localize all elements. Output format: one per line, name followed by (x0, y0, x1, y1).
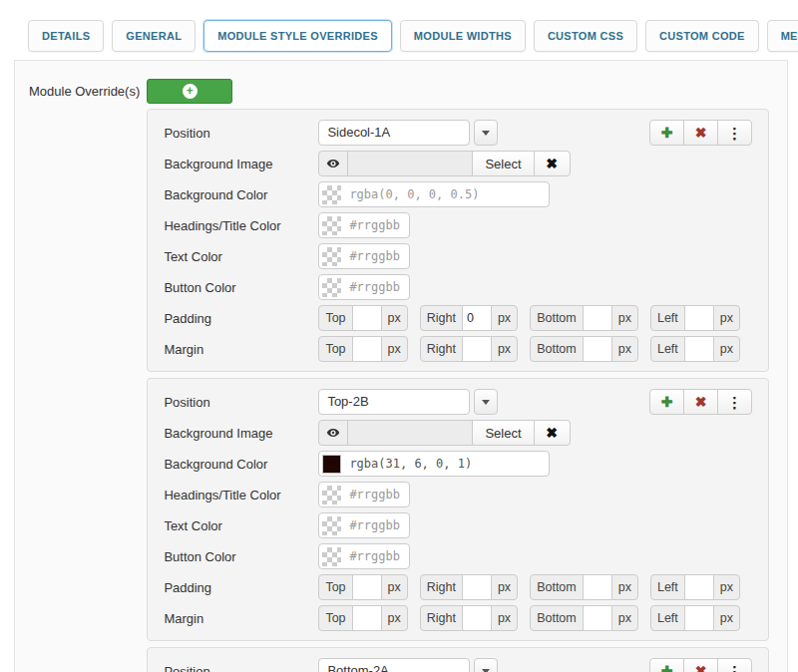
button-color-row: Button Color (164, 274, 752, 300)
tab-module-style-overrides[interactable]: MODULE STYLE OVERRIDES (203, 20, 392, 52)
margin-left-input[interactable] (684, 605, 714, 631)
tab-custom-code[interactable]: CUSTOM CODE (645, 20, 759, 52)
color-swatch (322, 185, 341, 204)
margin-right-input[interactable] (462, 336, 492, 362)
module-overrides-field-row: Module Override(s) + Position Sidecol-1A… (29, 79, 778, 672)
x-icon: ✖ (695, 664, 707, 672)
preview-image-button[interactable] (318, 420, 348, 446)
text-color-label: Text Color (164, 249, 318, 264)
add-override-button[interactable]: + (147, 79, 232, 104)
padding-right-input[interactable] (462, 305, 492, 331)
padding-left-group: Left px (650, 305, 740, 331)
margin-label: Margin (164, 342, 318, 357)
margin-right-group: Right px (420, 605, 518, 631)
margin-bottom-input[interactable] (583, 336, 612, 362)
add-row-button[interactable]: ✚ (649, 389, 684, 415)
eye-icon (326, 426, 340, 440)
preview-image-button[interactable] (318, 151, 348, 176)
plus-circle-icon: + (183, 84, 198, 99)
button-color-input[interactable] (347, 548, 405, 564)
margin-top-input[interactable] (352, 336, 382, 362)
clear-image-button[interactable]: ✖ (534, 420, 571, 446)
position-select-caret-button[interactable] (474, 658, 498, 672)
delete-row-button[interactable]: ✖ (683, 120, 718, 146)
background-color-input[interactable] (347, 186, 545, 202)
tab-details[interactable]: DETAILS (28, 20, 104, 52)
button-color-input[interactable] (347, 279, 405, 295)
px-addon: px (491, 336, 518, 362)
position-select[interactable]: Sidecol-1A (318, 120, 470, 146)
background-color-field (318, 181, 550, 207)
background-image-input[interactable] (347, 151, 473, 176)
background-image-row: Background Image Select ✖ (164, 151, 752, 176)
select-image-button[interactable]: Select (472, 420, 534, 446)
override-actions-group: ✚ ✖ ⋮ (649, 389, 752, 415)
clear-x-icon: ✖ (546, 425, 558, 441)
position-select[interactable]: Top-2B (318, 389, 470, 415)
x-icon: ✖ (695, 126, 707, 140)
delete-row-button[interactable]: ✖ (683, 658, 718, 672)
headings-color-label: Headings/Title Color (164, 218, 318, 233)
headings-color-input[interactable] (347, 217, 405, 233)
position-row: Position Bottom-2A ✚ ✖ ⋮ (164, 658, 752, 672)
chevron-down-icon (482, 131, 490, 136)
position-row: Position Top-2B ✚ ✖ ⋮ (164, 389, 752, 415)
button-color-row: Button Color (164, 543, 752, 569)
tab-custom-css[interactable]: CUSTOM CSS (534, 20, 637, 52)
padding-bottom-input[interactable] (583, 305, 612, 331)
override-panel: Position Top-2B ✚ ✖ ⋮ Background Image S… (147, 378, 769, 641)
margin-top-group: Top px (318, 336, 407, 362)
text-color-input[interactable] (347, 248, 405, 264)
button-color-field (318, 543, 410, 569)
padding-top-input[interactable] (352, 574, 382, 600)
tab-module-widths[interactable]: MODULE WIDTHS (400, 20, 526, 52)
button-color-field (318, 274, 410, 300)
tab-content-area: Module Override(s) + Position Sidecol-1A… (14, 60, 788, 672)
headings-color-field (318, 482, 410, 507)
background-color-row: Background Color (164, 451, 752, 477)
vertical-dots-icon: ⋮ (727, 664, 742, 672)
side-left-addon: Left (650, 305, 685, 331)
padding-top-input[interactable] (352, 305, 382, 331)
add-row-button[interactable]: ✚ (649, 658, 684, 672)
position-select-caret-button[interactable] (474, 389, 498, 415)
override-actions-group: ✚ ✖ ⋮ (649, 658, 752, 672)
drag-handle-button[interactable]: ⋮ (717, 389, 752, 415)
text-color-input[interactable] (347, 517, 405, 533)
side-left-addon: Left (650, 336, 685, 362)
position-select[interactable]: Bottom-2A (318, 658, 470, 672)
side-top-addon: Top (318, 305, 352, 331)
margin-right-group: Right px (420, 336, 518, 362)
position-select-caret-button[interactable] (474, 120, 498, 146)
color-swatch (322, 547, 341, 566)
tab-menu-assignment[interactable]: MENU ASSIGNMENT (767, 20, 798, 52)
drag-handle-button[interactable]: ⋮ (717, 658, 752, 672)
tab-general[interactable]: GENERAL (112, 20, 196, 52)
px-addon: px (611, 305, 638, 331)
padding-bottom-input[interactable] (583, 574, 612, 600)
vertical-dots-icon: ⋮ (727, 126, 742, 141)
x-icon: ✖ (695, 395, 707, 409)
margin-bottom-input[interactable] (583, 605, 612, 631)
padding-left-input[interactable] (684, 305, 714, 331)
background-color-input[interactable] (347, 456, 545, 472)
padding-right-input[interactable] (462, 574, 492, 600)
add-row-button[interactable]: ✚ (649, 120, 684, 146)
position-label: Position (164, 395, 318, 410)
headings-color-input[interactable] (347, 487, 405, 503)
position-label: Position (164, 126, 318, 141)
background-image-input[interactable] (347, 420, 473, 446)
background-image-group: Select ✖ (318, 151, 570, 176)
padding-left-input[interactable] (684, 574, 714, 600)
delete-row-button[interactable]: ✖ (683, 389, 718, 415)
drag-handle-button[interactable]: ⋮ (717, 120, 752, 146)
margin-right-input[interactable] (462, 605, 492, 631)
text-color-field (318, 512, 410, 538)
margin-top-input[interactable] (352, 605, 382, 631)
background-color-row: Background Color (164, 181, 752, 207)
margin-left-input[interactable] (684, 336, 714, 362)
plus-icon: ✚ (661, 395, 673, 409)
select-image-button[interactable]: Select (472, 151, 534, 176)
px-addon: px (491, 305, 518, 331)
clear-image-button[interactable]: ✖ (534, 151, 571, 176)
